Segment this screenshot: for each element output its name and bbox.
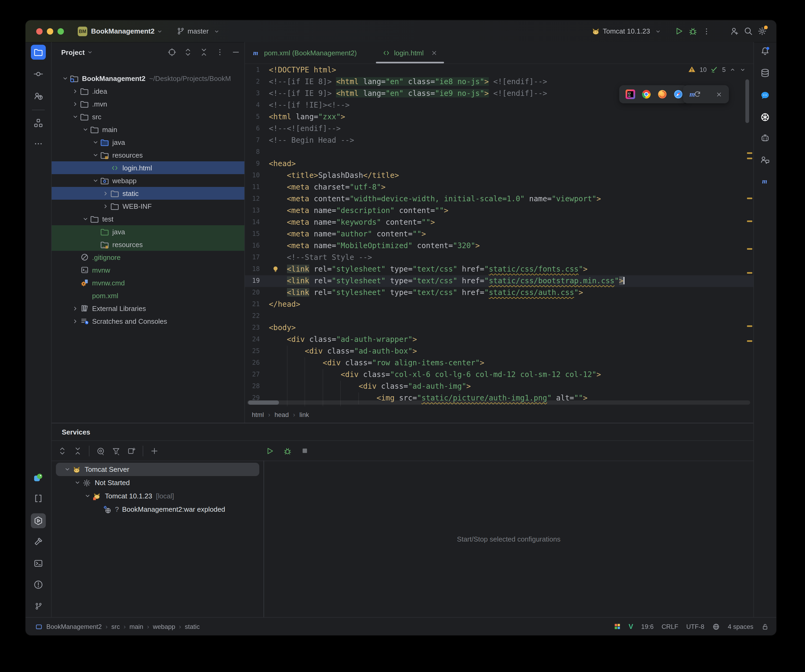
tree-item-main[interactable]: main xyxy=(52,123,245,136)
ai-chat-tool-button[interactable] xyxy=(757,88,772,103)
chevron-right-icon[interactable] xyxy=(100,203,110,210)
project-tool-button[interactable] xyxy=(31,45,46,60)
line-separator[interactable]: CRLF xyxy=(662,623,678,630)
file-encoding[interactable]: UTF-8 xyxy=(686,623,705,630)
code-line-19[interactable]: 19 <link rel="stylesheet" type="text/css… xyxy=(245,275,753,287)
hide-panel-button[interactable] xyxy=(232,48,240,56)
commit-tool-button[interactable] xyxy=(31,67,46,82)
tree-item-resources[interactable]: resources xyxy=(52,238,245,251)
services-panel-title[interactable]: Services xyxy=(52,423,753,440)
status-crumb-src[interactable]: src xyxy=(111,623,120,630)
lock-icon[interactable] xyxy=(761,623,769,630)
code-line-12[interactable]: 12 <meta content="width=device-width, in… xyxy=(245,193,753,205)
maven-reload-icon[interactable]: m xyxy=(690,89,701,99)
minimize-window-button[interactable] xyxy=(47,28,53,35)
debug-service-button[interactable] xyxy=(283,447,292,455)
code-line-26[interactable]: 26 <div class="row align-items-center"> xyxy=(245,357,753,369)
code-line-24[interactable]: 24 <div class="ad-auth-wrapper"> xyxy=(245,334,753,346)
tree-item-login-html[interactable]: login.html xyxy=(52,161,245,174)
run-button[interactable] xyxy=(672,24,686,38)
code-editor[interactable]: 1<!DOCTYPE html>2<!--[if IE 8]> <html la… xyxy=(245,63,753,427)
structure-tool-button[interactable] xyxy=(31,115,46,130)
chevron-down-icon[interactable] xyxy=(82,493,92,499)
service-item-tomcat-10-1-23[interactable]: Tomcat 10.1.23[local] xyxy=(56,490,259,503)
chevron-right-icon[interactable] xyxy=(70,318,80,325)
code-line-17[interactable]: 17 <!--Start Style --> xyxy=(245,252,753,264)
code-line-22[interactable]: 22 xyxy=(245,311,753,322)
notifications-tool-button[interactable] xyxy=(757,44,772,59)
warning-stripe-mark[interactable] xyxy=(747,158,752,159)
firefox-browser-button[interactable] xyxy=(657,89,667,99)
settings-button[interactable] xyxy=(755,24,769,38)
terminal-tool-button[interactable] xyxy=(31,556,46,571)
chevron-down-icon[interactable] xyxy=(90,139,100,146)
status-crumb-main[interactable]: main xyxy=(130,623,143,630)
breadcrumb-head[interactable]: head xyxy=(274,411,289,418)
maven-tool-button[interactable]: m xyxy=(757,174,772,189)
warning-stripe-mark[interactable] xyxy=(747,197,752,199)
chevron-down-icon[interactable] xyxy=(60,75,70,82)
code-line-5[interactable]: 5<html lang="zxx"> xyxy=(245,111,753,123)
code-line-6[interactable]: 6<!--<![endif]--> xyxy=(245,123,753,135)
code-line-20[interactable]: 20 <link rel="stylesheet" type="text/css… xyxy=(245,287,753,299)
warning-stripe-mark[interactable] xyxy=(747,152,752,154)
run-service-button[interactable] xyxy=(266,447,274,455)
chevron-right-icon[interactable] xyxy=(100,190,110,197)
chevron-right-icon[interactable] xyxy=(70,100,80,107)
run-configuration-selector[interactable]: Tomcat 10.1.23 xyxy=(591,27,661,35)
warning-stripe-mark[interactable] xyxy=(747,340,752,342)
tree-item-src[interactable]: src xyxy=(52,110,245,123)
tree-item-bookmanagement2[interactable]: BookManagement2~/Desktop/Projects/BookM xyxy=(52,72,245,85)
locate-file-button[interactable] xyxy=(168,48,176,56)
expand-all-button[interactable] xyxy=(184,48,192,56)
project-panel-title[interactable]: Project xyxy=(61,48,93,56)
indent-setting[interactable]: 4 spaces xyxy=(728,623,753,630)
horizontal-scrollbar[interactable] xyxy=(247,401,750,405)
database-tool-button[interactable] xyxy=(757,66,772,81)
tree-item-java[interactable]: java xyxy=(52,225,245,238)
chevron-down-icon[interactable] xyxy=(90,177,100,184)
code-line-14[interactable]: 14 <meta name="keywords" content=""> xyxy=(245,217,753,228)
tree-item-idea[interactable]: .idea xyxy=(52,85,245,97)
code-line-1[interactable]: 1<!DOCTYPE html> xyxy=(245,64,753,76)
code-line-16[interactable]: 16 <meta name="MobileOptimized" content=… xyxy=(245,240,753,252)
services-tool-button[interactable] xyxy=(31,513,46,528)
tree-item-webapp[interactable]: webapp xyxy=(52,174,245,187)
open-in-new-tab-button[interactable] xyxy=(127,447,136,455)
code-line-21[interactable]: 21</head> xyxy=(245,299,753,311)
code-line-27[interactable]: 27 <div class="col-xl-6 col-lg-6 col-md-… xyxy=(245,369,753,381)
branch-widget[interactable]: master xyxy=(177,27,220,35)
warning-stripe-mark[interactable] xyxy=(747,272,752,274)
chevron-right-icon[interactable] xyxy=(70,305,80,312)
globe-icon[interactable] xyxy=(712,623,720,630)
openai-tool-button[interactable] xyxy=(757,110,772,125)
search-everywhere-button[interactable] xyxy=(741,24,755,38)
code-line-11[interactable]: 11 <meta charset="utf-8"> xyxy=(245,182,753,193)
tab-login-html[interactable]: login.html xyxy=(375,42,445,63)
code-with-me-button[interactable] xyxy=(727,24,741,38)
collapse-all-button[interactable] xyxy=(74,447,82,455)
close-window-button[interactable] xyxy=(36,28,43,35)
tree-item-scratches-and-consoles[interactable]: Scratches and Consoles xyxy=(52,315,245,327)
more-actions-button[interactable] xyxy=(700,24,713,38)
code-line-13[interactable]: 13 <meta name="description" content=""> xyxy=(245,205,753,217)
v-plugin-icon[interactable]: V xyxy=(629,623,633,631)
git-tool-button[interactable] xyxy=(31,598,46,613)
status-crumb-bookmanagement2[interactable]: BookManagement2 xyxy=(46,623,102,630)
safari-browser-button[interactable] xyxy=(674,89,683,99)
tree-item-pom-xml[interactable]: pom.xml xyxy=(52,289,245,302)
breadcrumb-html[interactable]: html xyxy=(252,411,264,418)
tree-item-external-libraries[interactable]: External Libraries xyxy=(52,302,245,315)
more-tool-windows-button[interactable] xyxy=(31,136,46,151)
bookmarks-tool-button[interactable] xyxy=(31,491,46,506)
filter-button[interactable] xyxy=(112,447,120,455)
chrome-browser-button[interactable] xyxy=(642,89,651,99)
project-widget[interactable]: BM BookManagement2 xyxy=(78,26,163,36)
stop-service-button[interactable] xyxy=(301,447,309,455)
chevron-down-icon[interactable] xyxy=(739,66,746,73)
code-line-9[interactable]: 9<head> xyxy=(245,158,753,170)
code-line-8[interactable]: 8 xyxy=(245,146,753,158)
assistant-bot-tool-button[interactable] xyxy=(757,130,772,145)
code-line-18[interactable]: 18 <link rel="stylesheet" type="text/css… xyxy=(245,264,753,275)
plugin-status-icon[interactable] xyxy=(614,623,621,630)
